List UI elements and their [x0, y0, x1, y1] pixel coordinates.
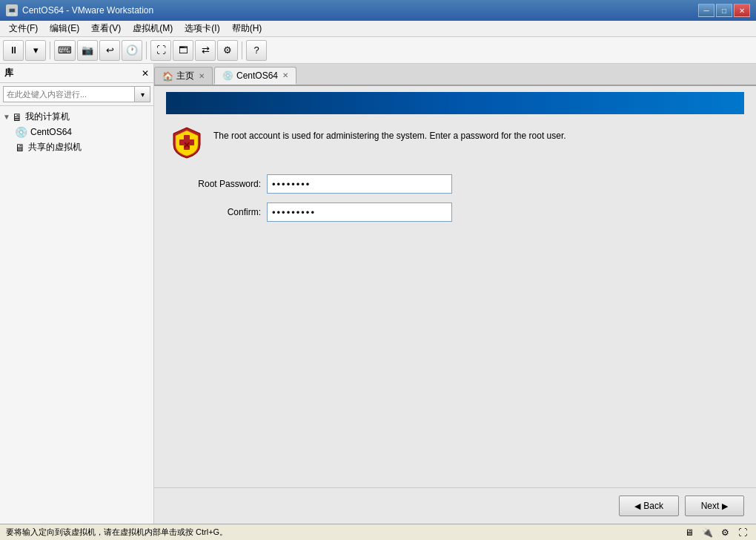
- shield-icon: ✕: [172, 126, 202, 159]
- root-password-row: Root Password:: [172, 174, 738, 194]
- sidebar-close[interactable]: ✕: [142, 68, 149, 79]
- sidebar-tree: ▼ 🖥 我的计算机 💿 CentOS64 🖥 共享的虚拟机: [0, 106, 153, 524]
- sidebar-search-input[interactable]: [3, 86, 134, 102]
- toolbar-revert[interactable]: ↩: [99, 40, 120, 61]
- toolbar-pause[interactable]: ⏸: [3, 40, 24, 61]
- sidebar-title: 库: [4, 67, 13, 79]
- tree-shared-label: 共享的虚拟机: [28, 141, 82, 154]
- toolbar-sep-1: [50, 42, 50, 59]
- toolbar-dropdown[interactable]: ▾: [25, 40, 46, 61]
- sidebar: 库 ✕ ▾ ▼ 🖥 我的计算机 💿 CentOS64 🖥 共享的虚拟机: [0, 64, 154, 524]
- confirm-input[interactable]: [267, 202, 452, 222]
- menu-help[interactable]: 帮助(H): [226, 21, 268, 36]
- confirm-row: Confirm:: [172, 202, 738, 222]
- close-button[interactable]: ✕: [734, 4, 750, 17]
- vm-content: ✕ The root account is used for administe…: [154, 86, 756, 524]
- back-arrow-icon: ◀: [634, 501, 640, 511]
- minimize-button[interactable]: ─: [698, 4, 714, 17]
- back-button[interactable]: ◀ Back: [619, 495, 679, 516]
- menu-edit[interactable]: 编辑(E): [44, 21, 85, 36]
- toolbar-snapshot[interactable]: 📷: [77, 40, 98, 61]
- centos64-tab-icon: 💿: [222, 70, 233, 81]
- progress-bar-fill: [166, 92, 744, 114]
- menu-file[interactable]: 文件(F): [3, 21, 44, 36]
- vm-icon: 💿: [15, 126, 27, 138]
- next-label: Next: [701, 501, 720, 511]
- status-icon-fullscreen[interactable]: ⛶: [735, 527, 750, 539]
- tab-centos64-label: CentOS64: [236, 70, 278, 81]
- sidebar-search-area: ▾: [0, 83, 153, 106]
- maximize-button[interactable]: □: [716, 4, 732, 17]
- toolbar-help[interactable]: ?: [246, 40, 267, 61]
- content-area: 🏠 主页 ✕ 💿 CentOS64 ✕: [154, 64, 756, 524]
- shared-icon: 🖥: [15, 142, 25, 154]
- app-icon: 💻: [6, 4, 18, 16]
- toolbar-unity[interactable]: 🗔: [173, 40, 193, 61]
- tab-centos64-close[interactable]: ✕: [282, 71, 288, 79]
- window-title: CentOS64 - VMware Workstation: [22, 5, 698, 16]
- status-text: 要将输入定向到该虚拟机，请在虚拟机内部单击或按 Ctrl+G。: [6, 527, 228, 538]
- root-password-label: Root Password:: [172, 179, 261, 189]
- toolbar: ⏸ ▾ ⌨ 📷 ↩ 🕐 ⛶ 🗔 ⇄ ⚙ ?: [0, 37, 756, 64]
- home-tab-icon: 🏠: [162, 71, 173, 82]
- menu-vm[interactable]: 虚拟机(M): [127, 21, 179, 36]
- toolbar-preferences[interactable]: ⚙: [217, 40, 238, 61]
- tab-home-label: 主页: [176, 70, 194, 82]
- setup-header: ✕ The root account is used for administe…: [172, 126, 738, 159]
- setup-form: ✕ The root account is used for administe…: [154, 114, 756, 243]
- menu-tabs[interactable]: 选项卡(I): [179, 21, 225, 36]
- computer-icon: 🖥: [12, 111, 22, 123]
- tree-node-shared[interactable]: 🖥 共享的虚拟机: [0, 139, 153, 155]
- status-icons: 🖥 🔌 ⚙ ⛶: [682, 527, 750, 539]
- main-layout: 库 ✕ ▾ ▼ 🖥 我的计算机 💿 CentOS64 🖥 共享的虚拟机: [0, 64, 756, 524]
- progress-bar-area: [166, 92, 744, 114]
- window-controls: ─ □ ✕: [698, 4, 750, 17]
- sidebar-search-button[interactable]: ▾: [134, 86, 150, 102]
- confirm-label: Confirm:: [172, 207, 261, 217]
- setup-description: The root account is used for administeri…: [213, 126, 566, 143]
- expand-icon: ▼: [3, 113, 10, 121]
- svg-text:✕: ✕: [183, 140, 190, 151]
- tab-centos64[interactable]: 💿 CentOS64 ✕: [214, 67, 296, 85]
- menu-bar: 文件(F) 编辑(E) 查看(V) 虚拟机(M) 选项卡(I) 帮助(H): [0, 21, 756, 37]
- menu-view[interactable]: 查看(V): [85, 21, 127, 36]
- status-bar: 要将输入定向到该虚拟机，请在虚拟机内部单击或按 Ctrl+G。 🖥 🔌 ⚙ ⛶: [0, 524, 756, 540]
- toolbar-fullscreen[interactable]: ⛶: [150, 40, 171, 61]
- back-label: Back: [643, 501, 663, 511]
- status-icon-settings[interactable]: ⚙: [717, 527, 732, 539]
- sidebar-header: 库 ✕: [0, 64, 153, 83]
- title-bar: 💻 CentOS64 - VMware Workstation ─ □ ✕: [0, 0, 756, 21]
- toolbar-sep-2: [146, 42, 147, 59]
- tree-centos64-label: CentOS64: [30, 127, 72, 137]
- status-icon-network[interactable]: 🖥: [682, 527, 697, 539]
- next-arrow-icon: ▶: [722, 501, 728, 511]
- bottom-buttons: ◀ Back Next ▶: [154, 487, 756, 524]
- tree-root-label: 我的计算机: [25, 111, 70, 123]
- toolbar-send-keys[interactable]: ⌨: [54, 40, 76, 61]
- status-icon-usb[interactable]: 🔌: [700, 527, 714, 539]
- tree-node-centos64[interactable]: 💿 CentOS64: [0, 125, 153, 139]
- tab-bar: 🏠 主页 ✕ 💿 CentOS64 ✕: [154, 64, 756, 86]
- root-password-input[interactable]: [267, 174, 452, 194]
- toolbar-switch[interactable]: ⇄: [195, 40, 216, 61]
- next-button[interactable]: Next ▶: [685, 495, 744, 516]
- tab-home-close[interactable]: ✕: [199, 72, 205, 80]
- toolbar-sep-3: [242, 42, 242, 59]
- tree-node-root[interactable]: ▼ 🖥 我的计算机: [0, 109, 153, 125]
- toolbar-snapshot-manager[interactable]: 🕐: [122, 40, 142, 61]
- tab-home[interactable]: 🏠 主页 ✕: [154, 67, 213, 85]
